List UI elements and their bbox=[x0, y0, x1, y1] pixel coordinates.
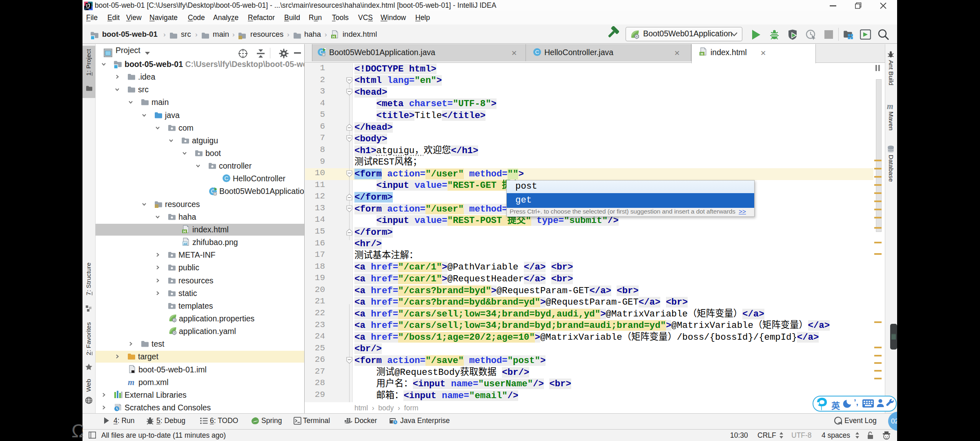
svg-text:C: C bbox=[535, 49, 539, 55]
svg-text:H: H bbox=[701, 52, 704, 56]
svg-text:H: H bbox=[332, 35, 335, 39]
